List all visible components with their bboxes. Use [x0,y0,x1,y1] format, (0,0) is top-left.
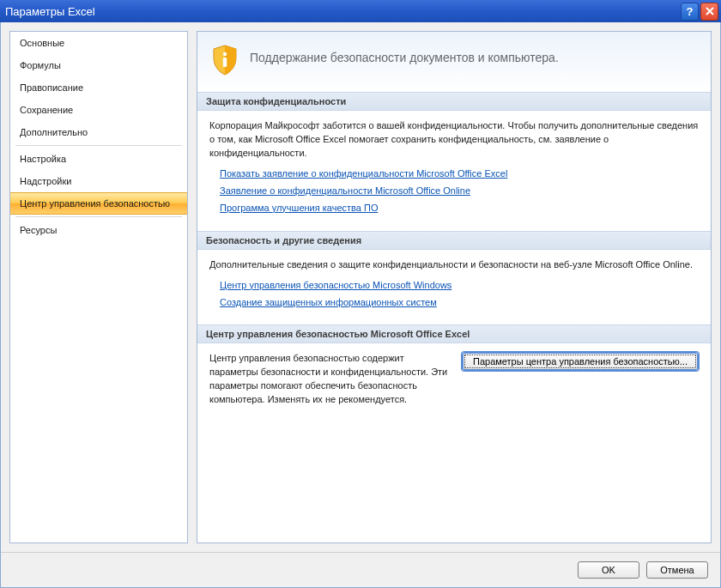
section-header-security: Безопасность и другие сведения [197,231,711,250]
sidebar-item-general[interactable]: Основные [10,32,187,54]
sidebar-separator [15,216,182,217]
sidebar-item-trust-center[interactable]: Центр управления безопасностью [10,192,187,215]
banner: Поддержание безопасности документов и ко… [197,32,711,92]
link-trust-center-windows[interactable]: Центр управления безопасностью Microsoft… [220,279,451,293]
link-secure-systems[interactable]: Создание защищенных информационных систе… [220,296,437,310]
shield-icon [211,44,239,76]
svg-point-0 [223,52,227,56]
titlebar: Параметры Excel ? [0,0,721,22]
sidebar-item-advanced[interactable]: Дополнительно [10,121,187,143]
sidebar-item-customize[interactable]: Настройка [10,148,187,170]
security-body: Дополнительные сведения о защите конфиде… [209,258,699,272]
trust-center-settings-button[interactable]: Параметры центра управления безопасность… [462,352,699,371]
link-improvement-program[interactable]: Программа улучшения качества ПО [220,202,378,215]
sidebar: Основные Формулы Правописание Сохранение… [9,31,188,543]
cancel-button[interactable]: Отмена [646,561,708,579]
link-privacy-statement-online[interactable]: Заявление о конфиденциальности Microsoft… [220,185,470,198]
sidebar-item-formulas[interactable]: Формулы [10,54,187,76]
privacy-body: Корпорация Майкрософт заботится о вашей … [209,119,699,161]
help-button[interactable]: ? [681,3,699,21]
sidebar-item-save[interactable]: Сохранение [10,99,187,121]
close-icon [706,7,714,15]
main-panel: Поддержание безопасности документов и ко… [197,31,712,543]
section-header-trust-center: Центр управления безопасностью Microsoft… [197,324,711,343]
link-privacy-statement-excel[interactable]: Показать заявление о конфиденциальности … [220,167,507,181]
ok-button[interactable]: OK [578,561,639,579]
trust-center-body: Центр управления безопасностью содержит … [209,352,450,407]
sidebar-item-resources[interactable]: Ресурсы [10,219,187,241]
close-button[interactable] [700,3,718,21]
banner-text: Поддержание безопасности документов и ко… [250,44,559,64]
sidebar-item-addins[interactable]: Надстройки [10,170,187,192]
svg-rect-1 [223,58,227,67]
section-header-privacy: Защита конфиденциальности [197,92,711,111]
sidebar-item-proofing[interactable]: Правописание [10,76,187,99]
window-title: Параметры Excel [5,5,681,18]
dialog-button-row: OK Отмена [1,552,720,587]
sidebar-separator [15,145,182,146]
